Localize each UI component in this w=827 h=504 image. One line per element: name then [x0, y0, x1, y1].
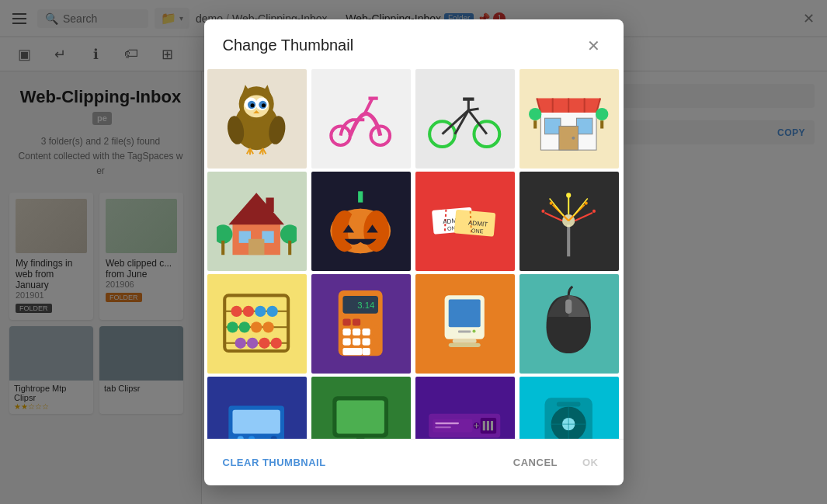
svg-rect-113: [363, 348, 370, 355]
svg-point-90: [239, 322, 250, 332]
svg-point-37: [572, 137, 575, 140]
svg-point-76: [566, 193, 571, 198]
svg-point-48: [217, 225, 232, 245]
svg-point-40: [596, 108, 608, 120]
svg-text:3.14: 3.14: [358, 301, 375, 310]
svg-rect-132: [356, 438, 364, 439]
svg-rect-46: [248, 239, 264, 255]
svg-rect-120: [449, 343, 481, 347]
svg-point-92: [263, 322, 274, 332]
svg-point-7: [251, 104, 255, 108]
svg-line-75: [574, 199, 588, 217]
svg-point-80: [592, 210, 596, 213]
thumbnail-fireworks[interactable]: [519, 172, 619, 271]
svg-rect-138: [487, 421, 489, 430]
thumbnail-shop[interactable]: [519, 69, 619, 169]
svg-point-85: [231, 306, 242, 317]
modal-footer: CLEAR THUMBNAIL CANCEL OK: [204, 439, 624, 485]
svg-point-77: [550, 202, 553, 205]
svg-rect-139: [491, 421, 493, 430]
svg-point-89: [228, 322, 238, 332]
modal-header: Change Thumbnail ✕: [204, 19, 624, 69]
svg-point-8: [262, 104, 266, 108]
svg-rect-111: [372, 339, 380, 346]
thumbnail-harddrive[interactable]: 9: [519, 377, 619, 439]
svg-point-95: [259, 338, 270, 349]
svg-point-88: [267, 306, 278, 317]
svg-point-79: [542, 210, 545, 213]
thumbnail-abacus[interactable]: [207, 274, 307, 374]
svg-rect-107: [372, 328, 380, 335]
thumbnail-bike[interactable]: [415, 69, 515, 169]
modal-title: Change Thumbnail: [223, 36, 354, 54]
svg-rect-100: [343, 319, 351, 326]
svg-rect-50: [221, 241, 224, 255]
svg-point-93: [235, 338, 246, 349]
svg-rect-117: [458, 331, 471, 333]
svg-rect-121: [565, 300, 572, 314]
thumbnail-imac[interactable]: [311, 377, 411, 439]
svg-rect-52: [358, 192, 363, 203]
thumbnail-tickets[interactable]: ADMIT ONE ADMIT ONE: [415, 172, 515, 271]
svg-rect-67: [567, 225, 570, 257]
svg-point-86: [243, 306, 254, 317]
thumbnail-computer[interactable]: [415, 274, 515, 374]
svg-point-94: [247, 338, 258, 349]
thumbnail-calculator[interactable]: 3.14: [311, 274, 411, 374]
thumbnail-printer[interactable]: [207, 377, 307, 439]
svg-rect-34: [545, 118, 561, 134]
svg-rect-112: [343, 348, 363, 355]
svg-rect-119: [453, 339, 477, 343]
svg-rect-102: [363, 319, 370, 326]
svg-line-72: [545, 213, 563, 221]
svg-rect-51: [288, 241, 291, 255]
ok-button[interactable]: OK: [576, 452, 605, 473]
svg-point-87: [255, 306, 266, 317]
thumbnail-house[interactable]: [207, 172, 307, 271]
svg-rect-36: [559, 127, 579, 151]
svg-rect-137: [483, 421, 485, 430]
svg-rect-105: [353, 328, 360, 335]
svg-rect-116: [449, 300, 481, 328]
thumbnail-pumpkin[interactable]: [311, 172, 411, 271]
thumbnail-owl[interactable]: [207, 69, 307, 169]
clear-thumbnail-button[interactable]: CLEAR THUMBNAIL: [223, 457, 326, 468]
svg-rect-140: [433, 419, 473, 432]
svg-rect-39: [533, 121, 537, 129]
svg-rect-104: [343, 328, 351, 335]
svg-rect-123: [233, 410, 280, 434]
thumbnail-scooter[interactable]: [311, 69, 411, 169]
svg-point-78: [585, 202, 588, 205]
svg-line-27: [469, 109, 479, 110]
svg-point-91: [251, 322, 262, 332]
modal-close-button[interactable]: ✕: [583, 35, 605, 57]
svg-rect-152: [557, 402, 581, 407]
svg-rect-110: [363, 339, 370, 346]
svg-rect-142: [436, 427, 451, 429]
svg-rect-109: [353, 339, 360, 346]
change-thumbnail-modal: Change Thumbnail ✕: [204, 19, 624, 485]
svg-rect-101: [353, 319, 360, 326]
svg-point-38: [529, 108, 541, 120]
svg-rect-106: [363, 328, 370, 335]
svg-rect-141: [436, 422, 460, 424]
svg-point-96: [271, 338, 282, 349]
thumbnail-mouse[interactable]: [519, 274, 619, 374]
app-window: 🔍 📁 ▾ demo / Web-Clipping-Inbox ... Web-…: [0, 0, 827, 504]
svg-rect-131: [337, 401, 384, 434]
footer-right: CANCEL OK: [507, 452, 605, 473]
svg-text:ONE: ONE: [471, 228, 484, 235]
svg-marker-43: [229, 193, 285, 225]
svg-rect-114: [372, 348, 380, 355]
svg-rect-108: [343, 339, 351, 346]
svg-point-118: [473, 330, 476, 333]
thumbnail-grid: ADMIT ONE ADMIT ONE: [204, 69, 624, 439]
svg-point-20: [332, 127, 351, 146]
svg-rect-35: [577, 118, 592, 134]
thumbnail-hdd-dark[interactable]: [415, 377, 515, 439]
svg-line-74: [550, 199, 564, 217]
svg-point-49: [280, 225, 296, 245]
cancel-button[interactable]: CANCEL: [507, 452, 564, 473]
svg-rect-41: [600, 121, 603, 129]
svg-rect-103: [372, 319, 380, 326]
